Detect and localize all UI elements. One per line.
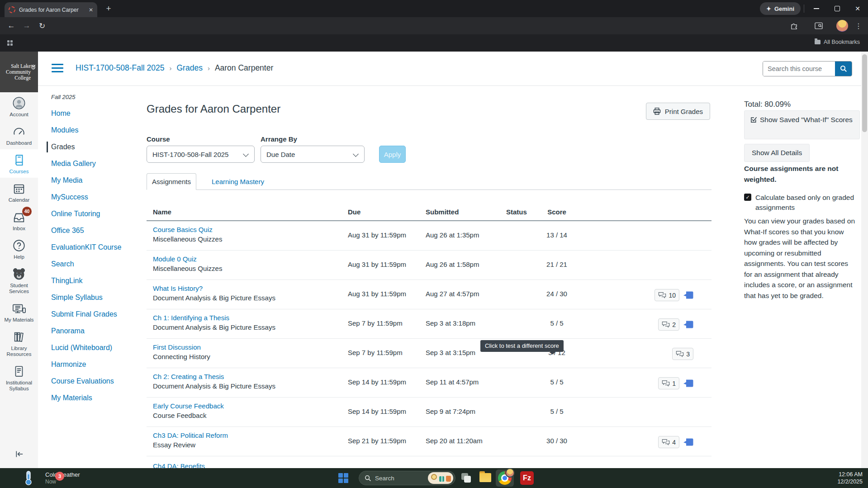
course-nav-submit-final-grades[interactable]: Submit Final Grades — [51, 311, 142, 318]
tab-close-icon[interactable]: ✕ — [89, 7, 93, 13]
comments-button[interactable]: 2 — [658, 318, 679, 331]
sidebar-item-courses[interactable]: Courses — [0, 149, 38, 178]
sidebar-item-student-services[interactable]: Student Services — [0, 263, 38, 298]
page-scrollbar[interactable] — [861, 52, 868, 468]
assignment-link[interactable]: Ch 1: Identifying a Thesis — [153, 314, 343, 322]
apply-button[interactable]: Apply — [379, 146, 406, 163]
back-button[interactable]: ← — [4, 17, 19, 34]
forward-button[interactable]: → — [19, 17, 34, 34]
score-cell[interactable]: 5 / 5 — [525, 319, 588, 327]
assignment-link[interactable]: Module 0 Quiz — [153, 255, 343, 263]
assignment-link[interactable]: Ch4 DA: Benefits — [153, 462, 343, 468]
sidebar-item-library-resources[interactable]: Library Resources — [0, 326, 38, 360]
course-nav-evaluationkit[interactable]: EvaluationKIT Course — [51, 244, 142, 251]
course-nav-home[interactable]: Home — [51, 110, 142, 117]
course-search-input[interactable] — [763, 62, 835, 76]
gemini-button[interactable]: ✦ Gemini — [760, 2, 801, 15]
print-grades-button[interactable]: Print Grades — [646, 103, 710, 120]
scrollbar-thumb[interactable] — [862, 54, 867, 132]
canvas-page: Salt Lake Community College Account — [0, 52, 861, 468]
sidebar-item-account[interactable]: Account — [0, 92, 38, 121]
hamburger-menu-icon[interactable] — [52, 64, 63, 72]
minimize-button[interactable] — [806, 0, 826, 17]
course-nav-thinglink[interactable]: ThingLink — [51, 277, 142, 284]
course-select[interactable]: HIST-1700-508-Fall 2025 — [147, 146, 255, 163]
apps-grid-icon[interactable] — [7, 40, 13, 46]
course-nav-mysuccess[interactable]: MySuccess — [51, 194, 142, 201]
assignment-link[interactable]: What Is History? — [153, 284, 343, 292]
calc-graded-checkbox[interactable]: ✓ — [744, 194, 751, 201]
sidebar-item-inbox[interactable]: 40 Inbox — [0, 206, 38, 235]
sidebar-item-institutional-syllabus[interactable]: Institutional Syllabus — [0, 360, 38, 395]
course-nav-modules[interactable]: Modules — [51, 127, 142, 134]
col-name: Name — [153, 208, 171, 216]
new-tab-button[interactable]: + — [103, 4, 114, 14]
reload-button[interactable]: ↻ — [34, 17, 50, 34]
assignment-link[interactable]: Early Course Feedback — [153, 402, 343, 410]
assignment-link[interactable]: Ch3 DA: Political Reform — [153, 431, 343, 439]
course-nav-online-tutoring[interactable]: Online Tutoring — [51, 210, 142, 218]
sidebar-item-calendar[interactable]: Calendar — [0, 178, 38, 206]
score-cell[interactable]: 5 / 5 — [525, 407, 588, 415]
comments-button[interactable]: 4 — [658, 436, 679, 448]
assignment-link[interactable]: First Discussion — [153, 343, 343, 351]
maximize-button[interactable] — [827, 0, 847, 17]
score-cell[interactable]: 21 / 21 — [525, 261, 588, 268]
taskbar-search[interactable]: Search — [359, 471, 455, 485]
course-nav-simple-syllabus[interactable]: Simple Syllabus — [51, 294, 142, 301]
rubric-icon[interactable] — [683, 321, 693, 328]
school-logo[interactable]: Salt Lake Community College — [0, 52, 38, 92]
tab-learning-mastery[interactable]: Learning Mastery — [204, 173, 271, 190]
side-search-icon[interactable] — [812, 17, 825, 34]
sidebar-item-help[interactable]: Help — [0, 235, 38, 263]
table-row: Ch 2: Creating a Thesis Document Analysi… — [147, 368, 711, 398]
breadcrumb-grades-link[interactable]: Grades — [177, 63, 203, 73]
course-nav-lucid[interactable]: Lucid (Whiteboard) — [51, 344, 142, 351]
browser-tab[interactable]: Grades for Aaron Carpenter: HIS ✕ — [5, 2, 97, 17]
taskbar-search-label: Search — [375, 475, 394, 482]
comments-button[interactable]: 1 — [658, 377, 679, 389]
course-nav-media-gallery[interactable]: Media Gallery — [51, 160, 142, 167]
rubric-icon[interactable] — [683, 438, 693, 446]
course-nav-my-materials[interactable]: My Materials — [51, 394, 142, 402]
score-cell[interactable]: 30 / 30 — [525, 437, 588, 445]
comments-button[interactable]: 3 — [672, 348, 693, 360]
course-nav-office-365[interactable]: Office 365 — [51, 227, 142, 234]
tab-assignments[interactable]: Assignments — [147, 173, 196, 190]
sidebar-item-my-materials[interactable]: My Materials — [0, 298, 38, 326]
browser-menu-kebab-icon[interactable]: ⋮ — [852, 17, 865, 34]
task-view-button[interactable] — [461, 473, 471, 483]
show-what-if-button[interactable]: Show Saved "What-If" Scores — [744, 110, 860, 139]
extensions-puzzle-icon[interactable] — [787, 17, 801, 34]
score-cell[interactable]: 13 / 14 — [525, 231, 588, 239]
rubric-icon[interactable] — [683, 291, 693, 299]
arrange-by-select[interactable]: Due Date — [261, 146, 365, 163]
filezilla-taskbar-button[interactable]: Fz — [520, 471, 534, 485]
all-bookmarks-button[interactable]: All Bookmarks — [815, 39, 860, 45]
help-icon — [12, 238, 26, 253]
rubric-icon[interactable] — [683, 379, 693, 387]
taskbar-clock[interactable]: 12:06 AM 12/2/2025 — [837, 471, 863, 485]
file-explorer-button[interactable] — [479, 473, 491, 482]
sidebar-item-dashboard[interactable]: Dashboard — [0, 121, 38, 149]
assignment-link[interactable]: Ch 2: Creating a Thesis — [153, 373, 343, 380]
course-nav-harmonize[interactable]: Harmonize — [51, 361, 142, 368]
assignment-link[interactable]: Course Basics Quiz — [153, 226, 343, 233]
course-nav-panorama[interactable]: Panorama — [51, 327, 142, 335]
breadcrumb-course-link[interactable]: HIST-1700-508-Fall 2025 — [76, 63, 165, 73]
course-nav-grades[interactable]: Grades — [51, 143, 142, 151]
window-close-button[interactable]: ✕ — [848, 0, 868, 17]
course-search-button[interactable] — [835, 62, 852, 76]
course-nav-my-media[interactable]: My Media — [51, 177, 142, 184]
score-cell[interactable]: 5 / 5 — [525, 378, 588, 386]
score-cell[interactable]: 24 / 30 — [525, 290, 588, 298]
collapse-nav-button[interactable] — [13, 448, 25, 462]
chrome-taskbar-button[interactable] — [496, 469, 514, 487]
profile-avatar[interactable] — [835, 17, 849, 34]
comments-button[interactable]: 10 — [655, 289, 679, 301]
taskbar-weather-widget[interactable]: 3 Cold weather Now — [23, 470, 80, 486]
show-all-details-button[interactable]: Show All Details — [744, 144, 810, 162]
course-nav-search[interactable]: Search — [51, 261, 142, 268]
start-button[interactable] — [338, 473, 348, 483]
course-nav-course-evaluations[interactable]: Course Evaluations — [51, 378, 142, 385]
